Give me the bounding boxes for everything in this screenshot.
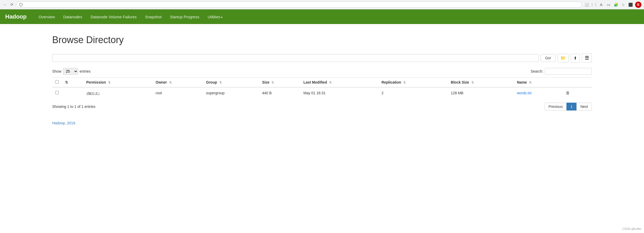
browser-chrome: ← ⟳ localhost:9870/explorer.html#/ ⬜ ⋮⋮ … xyxy=(0,0,644,9)
navbar: Hadoop Overview Datanodes Datanode Volum… xyxy=(0,9,644,24)
upload-button[interactable]: ⬆ xyxy=(571,54,580,62)
favorites-icon[interactable]: ☆ xyxy=(621,2,626,7)
name-sort xyxy=(528,80,532,84)
navbar-nav: Overview Datanodes Datanode Volume Failu… xyxy=(34,10,227,24)
address-bar[interactable]: localhost:9870/explorer.html#/ xyxy=(16,2,582,8)
th-permission[interactable]: Permission xyxy=(83,78,153,88)
nav-item-snapshot[interactable]: Snapshot xyxy=(141,10,166,24)
sidebar-icon[interactable]: ▭ xyxy=(606,2,611,7)
group-sort xyxy=(218,80,222,84)
row-name: words.txt xyxy=(514,87,561,98)
th-block-size[interactable]: Block Size xyxy=(448,78,514,88)
main-content: Browse Directory / Go! 📁 ⬆ ☰ Show 10 25 … xyxy=(0,24,644,136)
table-header-row: ⇅ Permission Owner Group Size xyxy=(52,78,592,88)
row-replication: 2 xyxy=(378,87,448,98)
page-title: Browse Directory xyxy=(52,34,592,45)
size-sort xyxy=(270,80,274,84)
nav-item-utilities[interactable]: Utilities xyxy=(204,10,227,24)
th-group[interactable]: Group xyxy=(203,78,259,88)
search-label: Search: xyxy=(531,69,543,73)
permission-label: Permission xyxy=(86,80,106,84)
previous-button[interactable]: Previous xyxy=(545,103,567,110)
table-controls: Show 10 25 50 100 entries Search: xyxy=(52,68,592,75)
owner-sort xyxy=(168,80,172,84)
th-replication[interactable]: Replication xyxy=(378,78,448,88)
avatar[interactable]: B xyxy=(635,2,641,8)
th-last-modified[interactable]: Last Modified xyxy=(300,78,378,88)
permission-value: -rw-r--r-- xyxy=(86,91,100,95)
show-entries: Show 10 25 50 100 entries xyxy=(52,68,91,75)
nav-link-utilities[interactable]: Utilities xyxy=(204,10,227,24)
th-owner[interactable]: Owner xyxy=(152,78,203,88)
extensions-icon[interactable]: 🧩 xyxy=(613,2,618,7)
nav-item-datanodes[interactable]: Datanodes xyxy=(59,10,86,24)
row-type-cell xyxy=(62,87,83,98)
upload-icon: ⬆ xyxy=(574,56,577,61)
row-permission: -rw-r--r-- xyxy=(83,87,153,98)
grid-icon[interactable]: ⋮⋮ xyxy=(591,2,597,7)
row-group: supergroup xyxy=(203,87,259,98)
url-input[interactable]: localhost:9870/explorer.html#/ xyxy=(24,3,579,7)
nav-link-overview[interactable]: Overview xyxy=(34,10,59,24)
entries-label: entries xyxy=(80,69,91,73)
replication-sort xyxy=(402,80,406,84)
nav-item-startup-progress[interactable]: Startup Progress xyxy=(166,10,204,24)
row-checkbox[interactable] xyxy=(55,91,59,94)
file-link[interactable]: words.txt xyxy=(517,91,532,95)
path-input[interactable]: / xyxy=(52,54,539,62)
th-sort-icon[interactable]: ⇅ xyxy=(62,78,83,88)
pagination-info: Showing 1 to 1 of 1 entries xyxy=(52,104,96,109)
next-button[interactable]: Next xyxy=(576,103,592,110)
row-size: 440 B xyxy=(259,87,300,98)
show-label: Show xyxy=(52,69,61,73)
row-block-size: 128 MB xyxy=(448,87,514,98)
th-actions xyxy=(561,78,592,88)
list-icon: ☰ xyxy=(585,55,589,61)
folder-button[interactable]: 📁 xyxy=(558,54,569,62)
reload-button[interactable]: ⟳ xyxy=(9,2,14,7)
search-box: Search: xyxy=(531,68,592,75)
path-row: / Go! 📁 ⬆ ☰ xyxy=(52,53,592,63)
owner-label: Owner xyxy=(156,80,167,84)
th-size[interactable]: Size xyxy=(259,78,300,88)
nav-item-datanode-volume-failures[interactable]: Datanode Volume Failures xyxy=(86,10,141,24)
group-label: Group xyxy=(206,80,217,84)
delete-button[interactable]: 🗑 xyxy=(564,90,571,96)
block-size-sort xyxy=(470,80,474,84)
go-button[interactable]: Go! xyxy=(541,54,556,62)
navbar-brand: Hadoop xyxy=(5,13,27,20)
row-last-modified: May 01 16:31 xyxy=(300,87,378,98)
name-label: Name xyxy=(517,80,527,84)
select-all-header xyxy=(52,78,62,88)
page-1-button[interactable]: 1 xyxy=(567,103,576,110)
list-button[interactable]: ☰ xyxy=(582,53,592,63)
font-icon[interactable]: A xyxy=(599,2,604,7)
nav-link-datanode-volume-failures[interactable]: Datanode Volume Failures xyxy=(86,10,141,24)
info-icon xyxy=(19,3,23,7)
data-table: ⇅ Permission Owner Group Size xyxy=(52,77,592,98)
last-modified-sort xyxy=(328,80,332,84)
table-row: -rw-r--r-- root supergroup 440 B May 01 … xyxy=(52,87,592,98)
cast-icon[interactable]: ⬜ xyxy=(584,2,589,7)
row-delete-cell: 🗑 xyxy=(561,87,592,98)
size-label: Size xyxy=(262,80,269,84)
sort-icon-col: ⇅ xyxy=(65,80,68,84)
nav-link-startup-progress[interactable]: Startup Progress xyxy=(166,10,204,24)
nav-item-overview[interactable]: Overview xyxy=(34,10,59,24)
browser-icons: ⬜ ⋮⋮ A ▭ 🧩 ☆ ⬛ B xyxy=(584,2,641,8)
th-name[interactable]: Name xyxy=(514,78,561,88)
nav-link-datanodes[interactable]: Datanodes xyxy=(59,10,86,24)
nav-link-snapshot[interactable]: Snapshot xyxy=(141,10,166,24)
collections-icon[interactable]: ⬛ xyxy=(628,2,633,7)
search-input[interactable] xyxy=(545,68,592,75)
entries-select[interactable]: 10 25 50 100 xyxy=(63,68,78,75)
folder-icon: 📁 xyxy=(560,56,566,61)
footer: Hadoop, 2019. xyxy=(52,121,592,125)
select-all-checkbox[interactable] xyxy=(55,80,59,84)
permission-sort xyxy=(107,80,111,84)
last-modified-label: Last Modified xyxy=(303,80,327,84)
block-size-label: Block Size xyxy=(451,80,469,84)
footer-link[interactable]: Hadoop, 2019. xyxy=(52,121,76,125)
pagination-row: Showing 1 to 1 of 1 entries Previous 1 N… xyxy=(52,103,592,110)
back-button[interactable]: ← xyxy=(3,2,7,7)
